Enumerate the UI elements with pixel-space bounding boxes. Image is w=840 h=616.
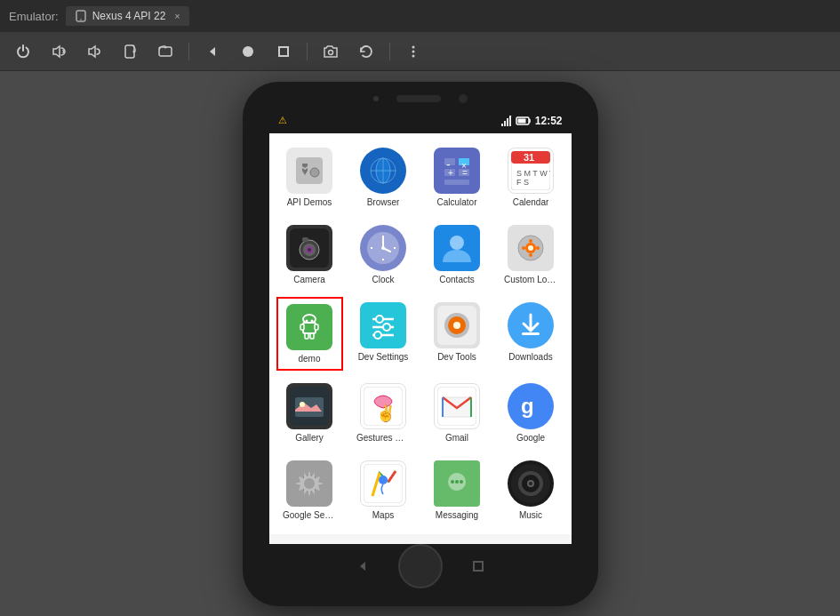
svg-point-49 — [450, 236, 464, 250]
svg-point-54 — [529, 239, 532, 243]
app-item-camera[interactable]: Camera — [276, 220, 343, 290]
svg-point-4 — [243, 46, 253, 57]
app-item-music[interactable]: Music — [498, 455, 564, 525]
svg-point-103 — [460, 480, 463, 484]
more-options-button[interactable] — [401, 39, 426, 64]
emulator-tab[interactable]: Nexus 4 API 22 × — [66, 6, 189, 26]
svg-point-98 — [379, 476, 388, 484]
back-hardware-btn[interactable] — [354, 557, 372, 575]
app-item-api-demos[interactable]: API Demos — [276, 142, 343, 212]
svg-text:+: + — [448, 168, 453, 178]
toolbar-divider-1 — [188, 43, 189, 60]
svg-point-55 — [536, 246, 540, 250]
app-icon-dev-settings — [360, 302, 406, 348]
app-item-dev-settings[interactable]: Dev Settings — [350, 297, 417, 371]
app-item-google[interactable]: g Google — [498, 378, 564, 448]
app-icon-google-settings — [286, 460, 332, 507]
app-label-demo: demo — [298, 354, 320, 364]
power-button[interactable] — [11, 39, 36, 64]
tab-close-button[interactable]: × — [174, 11, 180, 21]
app-item-contacts[interactable]: Contacts — [424, 220, 491, 290]
app-item-gmail[interactable]: Gmail — [424, 378, 491, 448]
app-label-custom-locale: Custom Locale — [504, 275, 557, 284]
recents-nav-button[interactable] — [271, 39, 296, 64]
app-item-gallery[interactable]: Gallery — [276, 378, 343, 448]
app-icon-gallery — [286, 383, 332, 429]
app-icon-browser — [360, 148, 406, 194]
svg-point-77 — [453, 322, 460, 329]
svg-rect-5 — [279, 47, 288, 56]
volume-up-button[interactable] — [46, 39, 71, 64]
speaker-dot — [373, 96, 379, 101]
app-icon-custom-locale — [508, 225, 554, 271]
app-label-music: Music — [519, 510, 542, 520]
svg-point-69 — [376, 316, 383, 323]
screenshot-button[interactable] — [318, 39, 343, 64]
svg-rect-83 — [522, 332, 540, 335]
recents-hardware-btn[interactable] — [469, 557, 487, 575]
home-hardware-btn[interactable] — [398, 544, 443, 588]
app-icon-gestures: ✌ — [360, 383, 406, 429]
back-nav-button[interactable] — [200, 39, 225, 64]
rotate-portrait-button[interactable] — [117, 39, 142, 64]
app-item-calendar[interactable]: 31 S M T W T F S Calendar — [498, 142, 564, 212]
app-icon-camera — [286, 225, 332, 271]
app-item-browser[interactable]: Browser — [350, 142, 417, 212]
svg-point-37 — [308, 248, 311, 252]
app-item-clock[interactable]: Clock — [350, 220, 417, 290]
app-label-calculator: Calculator — [436, 197, 476, 207]
app-icon-clock — [360, 225, 406, 271]
speaker-grill — [396, 95, 441, 102]
svg-point-73 — [374, 332, 381, 339]
app-item-dev-tools[interactable]: Dev Tools — [424, 297, 491, 371]
app-label-dev-tools: Dev Tools — [437, 352, 476, 362]
app-item-demo[interactable]: demo — [276, 297, 343, 371]
svg-point-66 — [311, 319, 314, 322]
app-item-google-settings[interactable]: Google Settings — [276, 455, 343, 525]
emulator-label: Emulator: — [9, 10, 59, 23]
app-icon-demo — [286, 304, 332, 350]
app-item-gestures[interactable]: ✌ Gestures Build.. — [350, 378, 417, 448]
toolbar-divider-2 — [307, 43, 308, 60]
app-label-gmail: Gmail — [445, 433, 468, 443]
app-item-maps[interactable]: Maps — [350, 455, 417, 525]
app-label-google-settings: Google Settings — [283, 510, 336, 520]
app-item-custom-locale[interactable]: Custom Locale — [498, 220, 564, 290]
app-label-google: Google — [516, 433, 545, 443]
svg-point-71 — [383, 324, 390, 331]
app-item-calculator[interactable]: - × + = Calculator — [424, 142, 491, 212]
app-label-messaging: Messaging — [436, 510, 478, 520]
app-label-contacts: Contacts — [439, 275, 474, 284]
app-icon-google: g — [508, 383, 554, 429]
svg-rect-38 — [302, 237, 308, 242]
phone-screen[interactable]: ⚠ 12:52 — [269, 108, 572, 544]
svg-point-6 — [329, 50, 333, 54]
svg-point-101 — [451, 480, 454, 484]
undo-button[interactable] — [354, 39, 379, 64]
volume-down-button[interactable] — [82, 39, 107, 64]
app-item-downloads[interactable]: Downloads — [498, 297, 564, 371]
svg-point-7 — [412, 45, 415, 48]
home-nav-button[interactable] — [236, 39, 260, 64]
svg-point-13 — [310, 168, 319, 177]
svg-rect-11 — [517, 118, 525, 123]
phone-device: ⚠ 12:52 — [243, 82, 598, 606]
svg-text:=: = — [462, 168, 468, 178]
signal-icon — [500, 116, 512, 126]
svg-rect-109 — [474, 562, 483, 571]
app-item-messaging[interactable]: Messaging — [424, 455, 491, 525]
phone-bottom-bezel — [243, 544, 598, 588]
device-icon — [75, 10, 87, 22]
svg-rect-64 — [310, 333, 314, 339]
rotate-landscape-button[interactable] — [153, 39, 178, 64]
app-label-camera: Camera — [293, 275, 325, 284]
svg-point-1 — [80, 19, 82, 20]
main-content: ⚠ 12:52 — [0, 71, 840, 616]
app-label-maps: Maps — [372, 510, 394, 520]
app-icon-contacts — [434, 225, 480, 271]
app-label-browser: Browser — [367, 197, 400, 207]
svg-point-96 — [304, 478, 315, 489]
svg-point-108 — [529, 482, 532, 485]
app-icon-gmail — [434, 383, 480, 429]
front-camera — [459, 94, 468, 103]
